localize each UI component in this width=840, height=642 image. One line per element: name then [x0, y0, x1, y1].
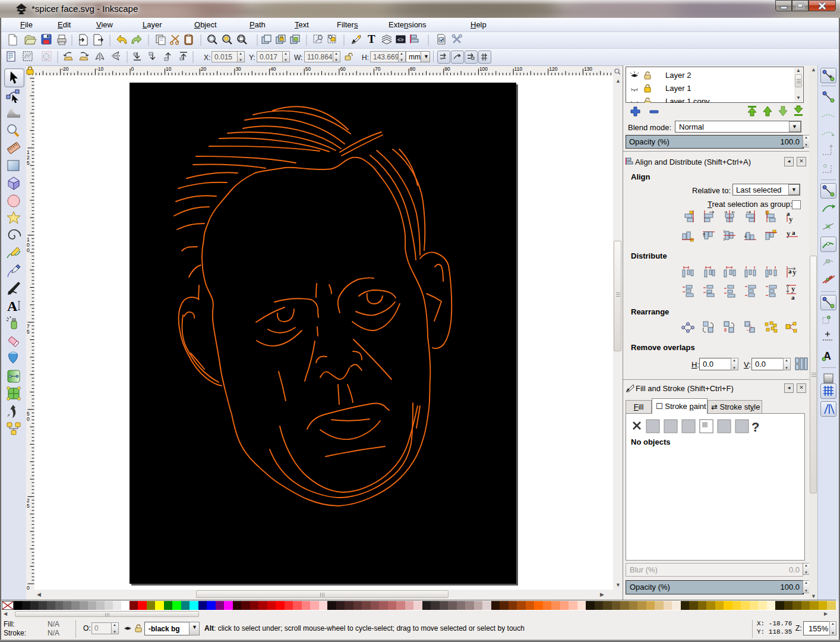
- svg-text:Layer 1: Layer 1: [665, 84, 691, 93]
- svg-text:a: a: [791, 294, 795, 301]
- svg-text:0: 0: [27, 247, 30, 253]
- svg-text:60: 60: [340, 66, 346, 72]
- svg-text:y: y: [791, 284, 795, 293]
- svg-text:120: 120: [549, 66, 557, 72]
- svg-text:80: 80: [410, 66, 416, 72]
- svg-text:a: a: [792, 229, 795, 236]
- svg-text:0: 0: [27, 585, 30, 590]
- svg-text:130: 130: [584, 66, 592, 72]
- svg-text:5: 5: [27, 503, 30, 509]
- svg-text:90: 90: [444, 66, 450, 72]
- svg-text:T: T: [368, 33, 375, 45]
- svg-text:A: A: [7, 298, 18, 314]
- svg-text:100: 100: [479, 66, 488, 72]
- svg-text:y: y: [789, 215, 793, 224]
- svg-text:5: 5: [27, 160, 30, 166]
- svg-text:10: 10: [166, 66, 172, 72]
- svg-text:110: 110: [514, 66, 523, 72]
- svg-text:40: 40: [270, 66, 276, 72]
- svg-text:0: 0: [27, 416, 30, 422]
- svg-text:30: 30: [235, 66, 241, 72]
- svg-text:?: ?: [751, 420, 759, 434]
- svg-text:70: 70: [375, 66, 381, 72]
- svg-text:0: 0: [131, 66, 134, 72]
- svg-text:5: 5: [27, 329, 30, 335]
- svg-text:-10: -10: [96, 66, 104, 72]
- svg-text:50: 50: [305, 66, 311, 72]
- svg-text:-20: -20: [61, 66, 69, 72]
- svg-text:Layer 2: Layer 2: [665, 71, 691, 80]
- svg-text:Layer 1 copy: Layer 1 copy: [665, 97, 710, 103]
- svg-text:<>: <>: [397, 37, 404, 43]
- svg-text:20: 20: [201, 66, 207, 72]
